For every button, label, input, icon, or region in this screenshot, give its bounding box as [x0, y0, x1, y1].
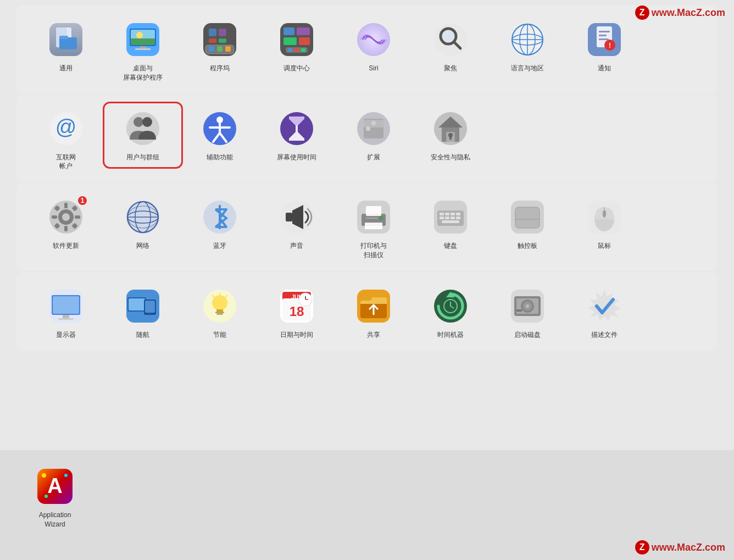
icon-siri[interactable]: Siri	[335, 14, 412, 79]
icon-desktop[interactable]: 桌面与屏幕保护程序	[104, 14, 181, 88]
svg-rect-108	[451, 217, 455, 219]
mission-control-label: 调度中心	[283, 64, 310, 73]
siri-label: Siri	[369, 64, 378, 73]
spotlight-icon	[431, 20, 470, 59]
icon-accessibility[interactable]: 辅助功能	[181, 103, 258, 168]
icon-network[interactable]: 网络	[104, 192, 181, 256]
watermark-z-icon: Z	[635, 5, 649, 20]
displays-icon	[46, 286, 86, 326]
svg-rect-21	[219, 38, 226, 43]
trackpad-icon	[508, 197, 547, 237]
printers-icon	[354, 197, 393, 237]
svg-rect-127	[145, 301, 155, 313]
svg-rect-99	[366, 218, 378, 219]
bottom-section: A ApplicationWizard	[0, 450, 734, 560]
svg-rect-24	[297, 27, 310, 35]
icon-keyboard[interactable]: 键盘	[412, 192, 489, 256]
icon-displays[interactable]: 显示器	[27, 281, 104, 345]
svg-rect-117	[603, 210, 606, 217]
icon-notifications[interactable]: ! 通知	[566, 14, 643, 79]
sharing-icon	[354, 286, 393, 326]
svg-rect-106	[440, 217, 444, 219]
icon-mission-control[interactable]: 调度中心	[258, 14, 335, 79]
watermark-bottom: Z www.MacZ.com	[635, 540, 725, 555]
icon-internet-accounts[interactable]: @ 互联网帐户	[27, 103, 104, 177]
section-other: 显示器 随航	[16, 272, 718, 351]
icon-grid-4: 显示器 随航	[27, 281, 707, 345]
svg-rect-120	[53, 296, 79, 314]
svg-point-163	[45, 495, 48, 498]
svg-rect-78	[52, 215, 57, 219]
icon-security[interactable]: 安全性与隐私	[412, 103, 489, 168]
icon-time-machine[interactable]: 时间机器	[412, 281, 489, 345]
icon-spotlight[interactable]: 聚焦	[412, 14, 489, 79]
svg-rect-79	[75, 215, 80, 219]
general-icon: File	[46, 20, 86, 59]
svg-rect-20	[209, 38, 216, 43]
icon-startup-disk[interactable]: 启动磁盘	[489, 281, 566, 345]
svg-point-65	[371, 121, 376, 125]
bluetooth-label: 蓝牙	[213, 241, 226, 251]
icon-mouse[interactable]: 鼠标	[566, 192, 643, 256]
startup-disk-label: 启动磁盘	[514, 330, 541, 340]
icon-extensions[interactable]: 扩展	[335, 103, 412, 168]
svg-rect-109	[456, 217, 460, 219]
internet-icon: @	[46, 109, 86, 148]
svg-rect-112	[515, 207, 540, 228]
icon-general[interactable]: File 通用	[27, 14, 104, 79]
notifications-icon: !	[585, 20, 624, 59]
svg-text:18: 18	[290, 304, 304, 319]
svg-rect-77	[64, 226, 68, 231]
svg-rect-158	[516, 309, 522, 312]
svg-rect-121	[63, 315, 69, 318]
svg-point-98	[379, 216, 383, 220]
time-machine-icon	[431, 286, 470, 326]
bluetooth-icon	[200, 197, 240, 237]
icon-sharing[interactable]: 共享	[335, 281, 412, 345]
displays-label: 显示器	[56, 330, 76, 340]
siri-icon	[354, 20, 393, 59]
svg-rect-133	[216, 313, 223, 315]
software-update-icon: 1	[46, 197, 86, 237]
svg-text:!: !	[609, 42, 611, 49]
icon-datetime[interactable]: JUL 18 日期与时间	[258, 281, 335, 345]
watermark-text: www.MacZ.com	[652, 7, 725, 19]
users-groups-icon	[123, 109, 163, 148]
icon-sound[interactable]: 声音	[258, 192, 335, 256]
svg-point-66	[366, 126, 370, 131]
svg-point-162	[64, 474, 68, 477]
svg-rect-125	[129, 298, 145, 311]
icon-dock[interactable]: 程序坞	[181, 14, 258, 79]
printers-label: 打印机与扫描仪	[360, 241, 387, 260]
icon-sidecar[interactable]: 随航	[104, 281, 181, 345]
icon-screen-time[interactable]: 屏幕使用时间	[258, 103, 335, 168]
icon-language[interactable]: 语言与地区	[489, 14, 566, 79]
keyboard-label: 键盘	[444, 241, 457, 251]
icon-app-wizard[interactable]: A ApplicationWizard	[16, 461, 93, 535]
svg-point-34	[443, 31, 454, 42]
spotlight-label: 聚焦	[444, 64, 457, 73]
svg-rect-26	[299, 37, 310, 45]
svg-rect-97	[365, 223, 382, 229]
svg-rect-11	[140, 46, 146, 48]
icon-users-groups[interactable]: 用户与群组	[104, 103, 181, 168]
screen-time-label: 屏幕使用时间	[277, 153, 316, 162]
icon-printers[interactable]: 打印机与扫描仪	[335, 192, 412, 265]
accessibility-icon	[200, 109, 240, 148]
icon-bluetooth[interactable]: 蓝牙	[181, 192, 258, 256]
svg-rect-72	[449, 136, 452, 140]
icon-energy[interactable]: 节能	[181, 281, 258, 345]
svg-rect-131	[216, 309, 223, 312]
icon-trackpad[interactable]: 触控板	[489, 192, 566, 256]
svg-rect-107	[445, 217, 449, 219]
keyboard-icon	[431, 197, 470, 237]
icon-software-update[interactable]: 1 软件更新	[27, 192, 104, 256]
svg-rect-15	[209, 46, 214, 52]
general-label: 通用	[59, 64, 73, 73]
dock-icon	[200, 20, 240, 59]
section-users: @ 互联网帐户	[16, 95, 718, 182]
svg-rect-16	[217, 46, 223, 52]
icon-profiles[interactable]: 描述文件	[566, 281, 643, 345]
svg-rect-93	[286, 213, 292, 221]
sound-label: 声音	[290, 241, 303, 251]
